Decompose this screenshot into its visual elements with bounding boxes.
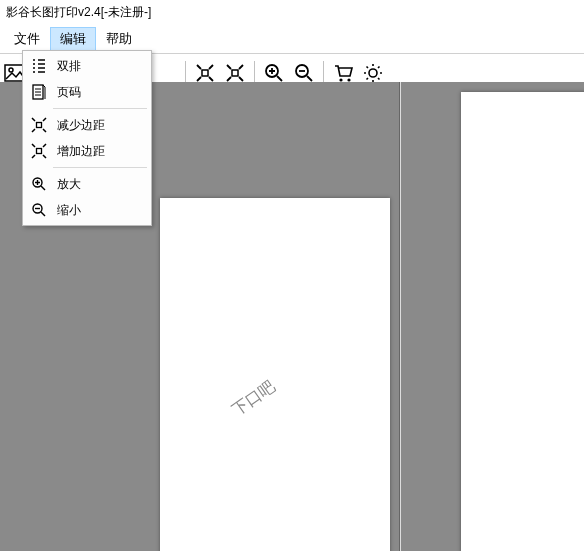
svg-rect-2 [202,70,208,76]
zoom-out-icon [29,201,49,219]
menu-item-zoom-in[interactable]: 放大 [25,171,149,197]
edit-dropdown: 双排 页码 减少边距 增加边距 放大 缩小 [22,50,152,226]
toolbar-separator [254,61,255,85]
page-preview[interactable]: 下口吧 [160,198,390,551]
svg-rect-11 [37,149,42,154]
expand-margin-icon [29,142,49,160]
menu-separator [53,108,147,109]
menu-item-zoom-out[interactable]: 缩小 [25,197,149,223]
menu-help[interactable]: 帮助 [96,27,142,51]
menu-file[interactable]: 文件 [4,27,50,51]
svg-point-7 [347,78,350,81]
svg-rect-10 [37,123,42,128]
menu-item-label: 缩小 [57,202,81,219]
preview-panel-right [400,82,584,551]
menu-item-page-number[interactable]: 页码 [25,79,149,105]
columns-icon [29,57,49,75]
shrink-margin-icon [29,116,49,134]
toolbar-separator [323,61,324,85]
menu-edit[interactable]: 编辑 [50,27,96,51]
page-watermark: 下口吧 [228,376,279,421]
page-number-icon [29,83,49,101]
menu-separator [53,167,147,168]
menu-item-label: 双排 [57,58,81,75]
page-preview[interactable] [461,92,584,551]
menu-item-label: 放大 [57,176,81,193]
svg-rect-3 [232,70,238,76]
menu-item-label: 页码 [57,84,81,101]
svg-point-6 [339,78,342,81]
svg-point-1 [9,68,13,72]
zoom-in-icon [29,175,49,193]
menu-item-label: 减少边距 [57,117,105,134]
menu-item-decrease-margin[interactable]: 减少边距 [25,112,149,138]
window-title: 影谷长图打印v2.4[-未注册-] [0,0,584,25]
toolbar-separator [185,61,186,85]
menu-item-double-column[interactable]: 双排 [25,53,149,79]
menu-item-increase-margin[interactable]: 增加边距 [25,138,149,164]
svg-point-8 [369,69,377,77]
menu-item-label: 增加边距 [57,143,105,160]
